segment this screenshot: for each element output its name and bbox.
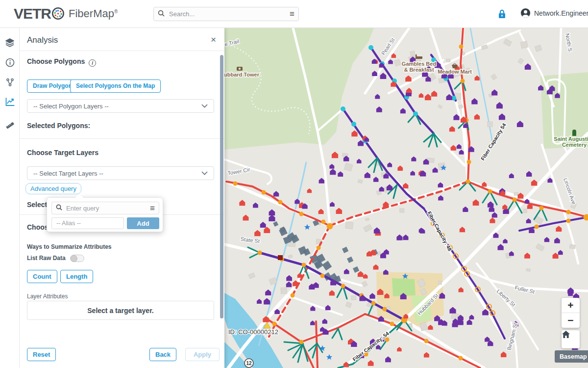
brand-text: VETR	[14, 5, 51, 22]
tool-rail	[0, 28, 20, 368]
svg-text:& Breakfast: & Breakfast	[404, 67, 434, 73]
svg-text:Meadow Mart: Meadow Mart	[438, 69, 472, 75]
target-layers-select[interactable]: -- Select Target Layers --	[27, 166, 214, 180]
back-button[interactable]: Back	[149, 348, 176, 361]
svg-text:Cemetery: Cemetery	[562, 142, 587, 148]
search-menu-icon[interactable]: ≡	[290, 10, 294, 18]
analysis-tool-icon[interactable]	[0, 92, 20, 111]
panel-scrollbar[interactable]	[220, 55, 223, 318]
layer-attributes-label: Layer Attributes	[27, 293, 68, 300]
home-button[interactable]	[562, 330, 580, 348]
layer-attributes-empty-text: Select a target layer.	[87, 307, 153, 315]
add-button[interactable]: Add	[127, 217, 159, 229]
splice-tool-icon[interactable]	[0, 72, 20, 92]
username: Network.Engineer	[534, 9, 588, 17]
measure-tool-icon[interactable]	[0, 115, 20, 135]
query-menu-icon[interactable]: ≡	[150, 204, 155, 212]
advanced-query-button[interactable]: Advanced query	[25, 183, 81, 194]
analysis-panel: Analysis × Choose Polygonsi Draw Polygon…	[20, 28, 224, 368]
vetro-logo: VETR FiberMap®	[14, 5, 118, 22]
fiber-ring-icon	[51, 7, 65, 22]
query-input-row: ≡	[51, 202, 159, 214]
list-raw-data-toggle[interactable]	[70, 255, 84, 262]
choose-target-layers-label: Choose Target Layers	[27, 149, 98, 157]
search-input[interactable]	[168, 10, 290, 18]
feature-id-label: ID: CO-00000212	[228, 328, 278, 336]
lock-icon[interactable]	[498, 9, 506, 21]
global-search[interactable]: ≡	[153, 7, 299, 21]
zoom-out-button[interactable]: −	[562, 313, 580, 328]
polygon-layers-select[interactable]: -- Select Polygon Layers --	[27, 99, 214, 113]
chevron-down-icon	[201, 171, 208, 175]
layer-attributes-box: Select a target layer.	[27, 301, 214, 320]
ways-to-summarize-label: Ways to Summarize Attributes	[27, 243, 111, 250]
info-icon[interactable]: i	[89, 59, 96, 67]
reset-button[interactable]: Reset	[27, 348, 56, 361]
alias-input[interactable]	[51, 217, 124, 229]
selected-polygons-label: Selected Polygons:	[27, 122, 90, 130]
map-canvas[interactable]: e TrailPearl StNorth STower CirState StH…	[224, 28, 588, 368]
advanced-query-popup: ≡ Add	[47, 197, 163, 232]
user-menu[interactable]: Network.Engineer	[520, 8, 588, 18]
chevron-down-icon	[201, 104, 208, 108]
panel-title: Analysis	[27, 35, 58, 45]
choose-polygons-label: Choose Polygonsi	[27, 57, 96, 67]
search-icon	[56, 204, 62, 212]
app-header: VETR FiberMap® ≡ Network.Engineer	[0, 0, 588, 28]
registered-mark: ®	[114, 9, 118, 14]
layers-tool-icon[interactable]	[0, 33, 20, 53]
product-name: FiberMap®	[69, 7, 118, 20]
zoom-in-button[interactable]: +	[562, 298, 580, 313]
svg-text:Hubbard Tower: Hubbard Tower	[224, 72, 260, 78]
info-tool-icon[interactable]	[0, 53, 20, 72]
select-polygons-button[interactable]: Select Polygons On the Map	[70, 79, 161, 93]
query-input[interactable]	[65, 204, 150, 212]
road-shield: 12	[246, 361, 252, 366]
basemap-button[interactable]: Basemap ▴	[555, 350, 588, 363]
apply-button[interactable]: Apply	[185, 348, 220, 361]
map-zoom-controls: + −	[562, 298, 580, 328]
search-icon	[158, 10, 165, 19]
svg-text:Gambles Bed: Gambles Bed	[402, 61, 436, 67]
home-icon	[562, 330, 570, 339]
length-button[interactable]: Length	[60, 270, 93, 283]
user-avatar-icon	[520, 8, 531, 18]
close-icon[interactable]: ×	[211, 34, 216, 45]
svg-text:Saint Augustine: Saint Augustine	[554, 136, 588, 142]
list-raw-data-label: List Raw Data	[27, 255, 66, 262]
count-button[interactable]: Count	[27, 270, 57, 283]
